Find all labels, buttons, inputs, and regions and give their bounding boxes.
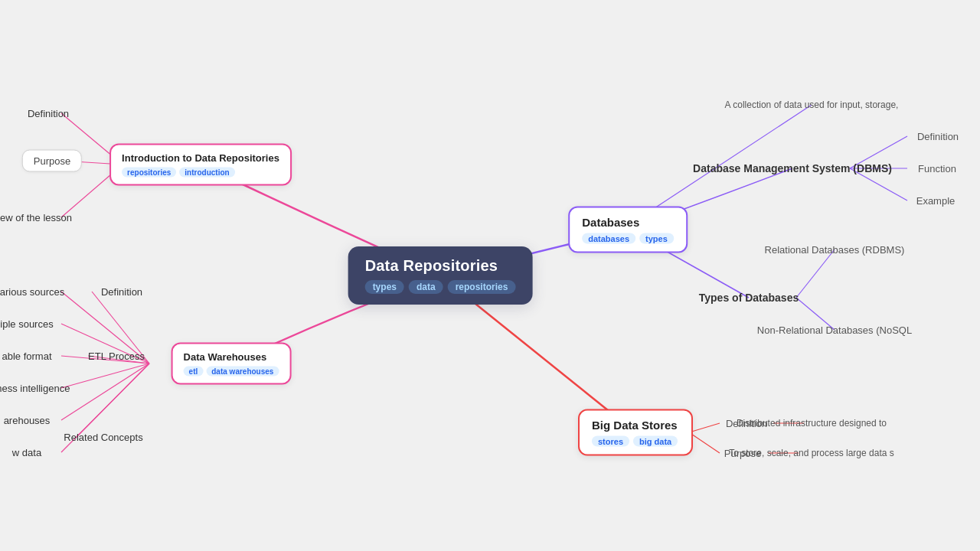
introduction-node[interactable]: Introduction to Data Repositories reposi… — [109, 144, 292, 186]
purpose-bubble: Purpose — [22, 150, 82, 172]
tag-databases: databases — [582, 233, 635, 244]
nonrelational-label: Non-Relational Databases (NoSQL — [757, 324, 912, 336]
tag-repositories: repositories — [448, 280, 516, 294]
warehouses-small-label: arehouses — [4, 415, 51, 426]
raw-data-label: w data — [12, 447, 41, 458]
svg-line-16 — [61, 364, 149, 388]
related-concepts-label: Related Concepts — [64, 432, 142, 443]
definition-mid-label: Definition — [101, 286, 142, 298]
definition-top-label: Definition — [28, 108, 69, 119]
etl-process-label: ETL Process — [88, 350, 145, 362]
bigdata-node-title: Big Data Stores — [592, 419, 679, 432]
svg-line-17 — [61, 364, 149, 420]
db-definition-text: A collection of data used for input, sto… — [725, 99, 899, 110]
introduction-node-title: Introduction to Data Repositories — [122, 152, 279, 164]
various-sources-label: arious sources — [0, 286, 64, 298]
table-format-label: able format — [2, 350, 51, 362]
overview-label: ew of the lesson — [0, 212, 72, 223]
function-dbms-label: Function — [918, 163, 956, 174]
svg-line-8 — [689, 432, 720, 453]
example-dbms-label: Example — [916, 195, 956, 207]
tag-bigdata: big data — [633, 436, 678, 447]
bigdata-node[interactable]: Big Data Stores stores big data — [578, 409, 693, 456]
purpose-bigdata-text: To store, scale, and process large data … — [729, 448, 893, 458]
definition-dbms-label: Definition — [917, 131, 959, 142]
multiple-sources-label: iple sources — [0, 318, 53, 330]
intelligence-label: usiness intelligence — [0, 383, 70, 394]
def-bigdata-text: Distributed infrastructure designed to — [737, 418, 887, 429]
svg-line-6 — [689, 423, 720, 432]
warehouses-node-title: Data Warehouses — [184, 351, 279, 363]
tag-repos: repositories — [122, 168, 176, 178]
tag-data: data — [409, 280, 443, 294]
types-of-db-label: Types of Databases — [699, 292, 799, 304]
tag-etl: etl — [184, 367, 204, 377]
warehouses-node[interactable]: Data Warehouses etl data warehouses — [172, 343, 292, 385]
central-node[interactable]: Data Repositories types data repositorie… — [348, 246, 533, 305]
tag-stores: stores — [592, 436, 629, 447]
relational-label: Relational Databases (RDBMS) — [765, 244, 905, 256]
svg-line-3 — [796, 249, 835, 298]
databases-node[interactable]: Databases databases types — [568, 207, 688, 253]
tag-intro: introduction — [179, 168, 234, 178]
svg-line-21 — [77, 364, 149, 437]
tag-types2: types — [639, 233, 674, 244]
databases-node-title: Databases — [582, 216, 674, 229]
dbms-label: Database Management System (DBMS) — [693, 162, 892, 174]
tag-dw: data warehouses — [206, 367, 279, 377]
tag-types: types — [365, 280, 404, 294]
central-node-title: Data Repositories — [365, 257, 516, 275]
